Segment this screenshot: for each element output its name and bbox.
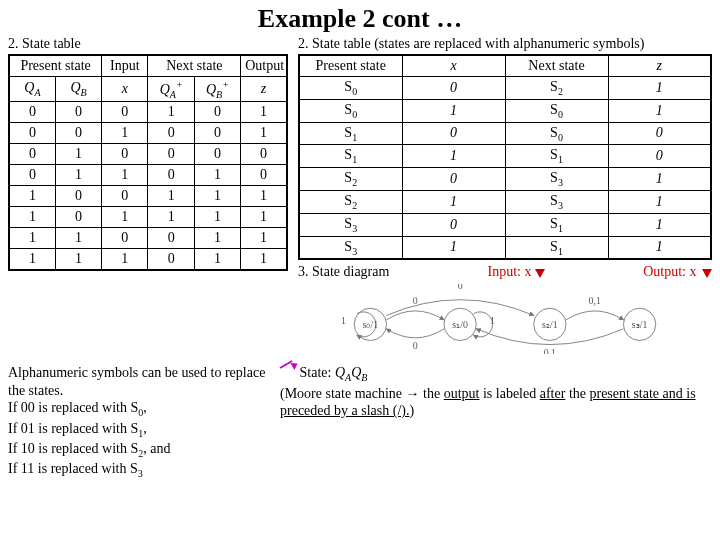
table-cell: S0	[505, 122, 608, 145]
table-cell: 1	[608, 99, 711, 122]
table-cell: 0	[194, 102, 240, 123]
moore-note: (Moore state machine → the output is lab…	[280, 385, 712, 420]
table-cell: S0	[299, 77, 402, 100]
svg-text:0,1: 0,1	[544, 347, 556, 354]
table-cell: 1	[402, 236, 505, 259]
table-cell: 0	[194, 123, 240, 144]
table-cell: 1	[402, 190, 505, 213]
table-cell: 1	[241, 207, 287, 228]
table-cell: 1	[194, 249, 240, 271]
table-cell: 0	[608, 145, 711, 168]
hdr-qap: QA+	[148, 77, 194, 102]
hdr2-present: Present state	[299, 55, 402, 77]
table-cell: 0	[148, 165, 194, 186]
hdr-present: Present state	[9, 55, 102, 77]
table-cell: 0	[55, 123, 101, 144]
table-cell: 0	[402, 213, 505, 236]
table-cell: 0	[9, 123, 55, 144]
table-cell: 0	[402, 122, 505, 145]
table-cell: 0	[148, 228, 194, 249]
table-cell: 1	[402, 145, 505, 168]
table-cell: S2	[299, 190, 402, 213]
table-cell: 0	[148, 249, 194, 271]
table-cell: 1	[241, 228, 287, 249]
table-cell: 0	[102, 186, 148, 207]
table-cell: 1	[102, 123, 148, 144]
table-cell: 1	[402, 99, 505, 122]
table-cell: 1	[55, 249, 101, 271]
svg-text:s₂/1: s₂/1	[542, 319, 558, 330]
table-cell: 1	[148, 207, 194, 228]
right-caption: 2. State table (states are replaced with…	[298, 36, 712, 52]
svg-text:0: 0	[413, 295, 418, 306]
output-label: Output: x	[643, 264, 712, 280]
svg-text:1: 1	[490, 316, 495, 327]
hdr-qb: QB	[55, 77, 101, 102]
table-cell: 1	[241, 186, 287, 207]
table-cell: 1	[102, 249, 148, 271]
table-cell: S0	[299, 99, 402, 122]
table-cell: 1	[102, 165, 148, 186]
hdr-qbp: QB+	[194, 77, 240, 102]
right-state-table: Present state x Next state z S00S21S01S0…	[298, 54, 712, 260]
table-cell: 1	[608, 168, 711, 191]
hdr-output: Output	[241, 55, 287, 77]
table-cell: 0	[55, 207, 101, 228]
foot-l4: If 11 is replaced with S3	[8, 460, 268, 480]
table-cell: 1	[194, 165, 240, 186]
state-diagram: s₀/1 s₁/0 s₂/1 s₃/1 1 1 0 0 0 0,1 0,1	[298, 284, 712, 354]
table-cell: 0	[102, 102, 148, 123]
table-cell: 1	[9, 249, 55, 271]
table-cell: 0	[402, 77, 505, 100]
svg-text:0: 0	[413, 340, 418, 351]
hdr-input: Input	[102, 55, 148, 77]
table-cell: 0	[102, 228, 148, 249]
hdr2-x: x	[402, 55, 505, 77]
svg-text:s₃/1: s₃/1	[632, 319, 648, 330]
table-cell: 1	[9, 207, 55, 228]
table-cell: 1	[241, 249, 287, 271]
hdr-z: z	[241, 77, 287, 102]
table-cell: S3	[505, 190, 608, 213]
sd-label: 3. State diagram	[298, 264, 389, 280]
table-cell: 0	[9, 144, 55, 165]
svg-text:s₁/0: s₁/0	[452, 319, 468, 330]
table-cell: S1	[299, 145, 402, 168]
table-cell: 1	[9, 228, 55, 249]
foot-intro: Alphanumeric symbols can be used to repl…	[8, 364, 268, 399]
table-cell: S1	[299, 122, 402, 145]
svg-text:0,1: 0,1	[589, 295, 601, 306]
left-state-table: Present state Input Next state Output QA…	[8, 54, 288, 271]
table-cell: 1	[608, 236, 711, 259]
table-cell: S3	[299, 236, 402, 259]
arrow-down-icon	[702, 269, 712, 278]
table-cell: 0	[148, 123, 194, 144]
table-cell: 1	[194, 186, 240, 207]
footer-right: State: QAQB (Moore state machine → the o…	[280, 364, 712, 480]
table-cell: S3	[505, 168, 608, 191]
foot-l2: If 01 is replaced with S1,	[8, 420, 268, 440]
table-cell: 0	[148, 144, 194, 165]
hdr-qa: QA	[9, 77, 55, 102]
table-cell: 1	[55, 228, 101, 249]
table-cell: 0	[402, 168, 505, 191]
table-cell: 1	[241, 123, 287, 144]
svg-text:0: 0	[458, 284, 463, 291]
table-cell: 1	[608, 213, 711, 236]
table-cell: 1	[608, 77, 711, 100]
table-cell: 0	[55, 186, 101, 207]
table-cell: 1	[608, 190, 711, 213]
table-cell: 1	[55, 165, 101, 186]
table-cell: 1	[55, 144, 101, 165]
table-cell: 0	[9, 102, 55, 123]
table-cell: 0	[241, 165, 287, 186]
table-cell: S2	[299, 168, 402, 191]
table-cell: 0	[608, 122, 711, 145]
table-cell: S1	[505, 213, 608, 236]
arrow-down-icon	[535, 269, 545, 278]
hdr-x: x	[102, 77, 148, 102]
table-cell: 1	[9, 186, 55, 207]
svg-text:1: 1	[341, 316, 346, 327]
table-cell: 1	[148, 102, 194, 123]
table-cell: 1	[102, 207, 148, 228]
